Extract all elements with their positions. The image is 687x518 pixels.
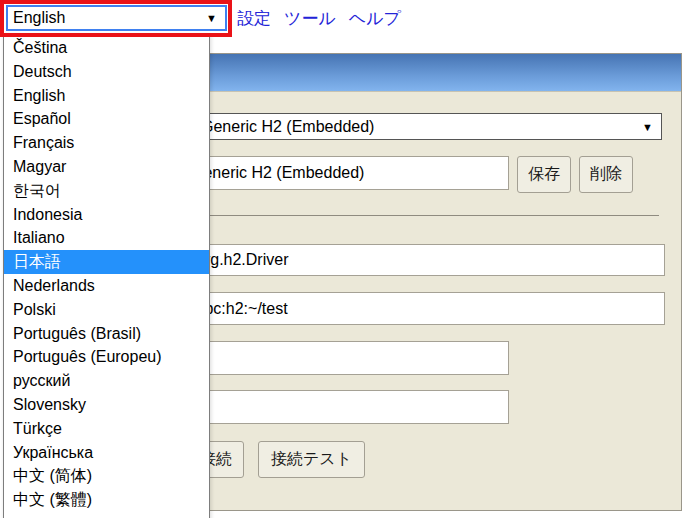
setting-name-input[interactable] xyxy=(186,156,509,190)
jdbc-url-input[interactable] xyxy=(187,292,665,325)
driver-class-input[interactable] xyxy=(191,244,665,276)
language-option[interactable]: Indonesia xyxy=(4,203,209,227)
language-option[interactable]: Polski xyxy=(4,298,209,322)
language-option[interactable]: Čeština xyxy=(4,36,209,60)
password-input[interactable] xyxy=(187,390,509,424)
username-input[interactable] xyxy=(187,341,509,375)
h2-console-page: Generic H2 (Embedded) ▼ 保存 削除 接続 接続テスト 設… xyxy=(0,0,687,518)
settings-link[interactable]: 設定 xyxy=(237,7,271,30)
language-option[interactable]: русский xyxy=(4,369,209,393)
language-option[interactable]: English xyxy=(4,84,209,108)
language-option[interactable]: Português (Brasil) xyxy=(4,322,209,346)
saved-settings-value: Generic H2 (Embedded) xyxy=(201,118,642,136)
top-nav-links: 設定 ツール ヘルプ xyxy=(237,7,401,30)
language-option[interactable]: Українська xyxy=(4,441,209,465)
language-option[interactable]: 日本語 xyxy=(4,250,209,274)
language-option[interactable]: Türkçe xyxy=(4,417,209,441)
delete-button[interactable]: 削除 xyxy=(579,156,633,193)
saved-settings-select[interactable]: Generic H2 (Embedded) ▼ xyxy=(195,113,662,140)
language-option[interactable]: Español xyxy=(4,107,209,131)
help-link[interactable]: ヘルプ xyxy=(349,7,401,30)
dropdown-arrow-icon: ▼ xyxy=(206,12,217,24)
language-option[interactable]: Português (Europeu) xyxy=(4,345,209,369)
language-option[interactable]: 中文 (简体) xyxy=(4,464,209,488)
language-option[interactable]: Français xyxy=(4,131,209,155)
language-option[interactable]: Deutsch xyxy=(4,60,209,84)
save-button[interactable]: 保存 xyxy=(517,156,571,193)
language-option[interactable]: Slovensky xyxy=(4,393,209,417)
language-option[interactable]: 한국어 xyxy=(4,179,209,203)
language-option[interactable]: Nederlands xyxy=(4,274,209,298)
test-connection-button[interactable]: 接続テスト xyxy=(258,441,365,478)
language-option[interactable]: 中文 (繁體) xyxy=(4,488,209,512)
language-option[interactable]: Magyar xyxy=(4,155,209,179)
tools-link[interactable]: ツール xyxy=(284,7,336,30)
language-dropdown-list: ČeštinaDeutschEnglishEspañolFrançaisMagy… xyxy=(3,33,210,518)
language-select-value: English xyxy=(13,9,206,27)
language-option[interactable]: Italiano xyxy=(4,226,209,250)
language-select[interactable]: English ▼ xyxy=(6,5,227,31)
dropdown-arrow-icon: ▼ xyxy=(642,121,653,133)
